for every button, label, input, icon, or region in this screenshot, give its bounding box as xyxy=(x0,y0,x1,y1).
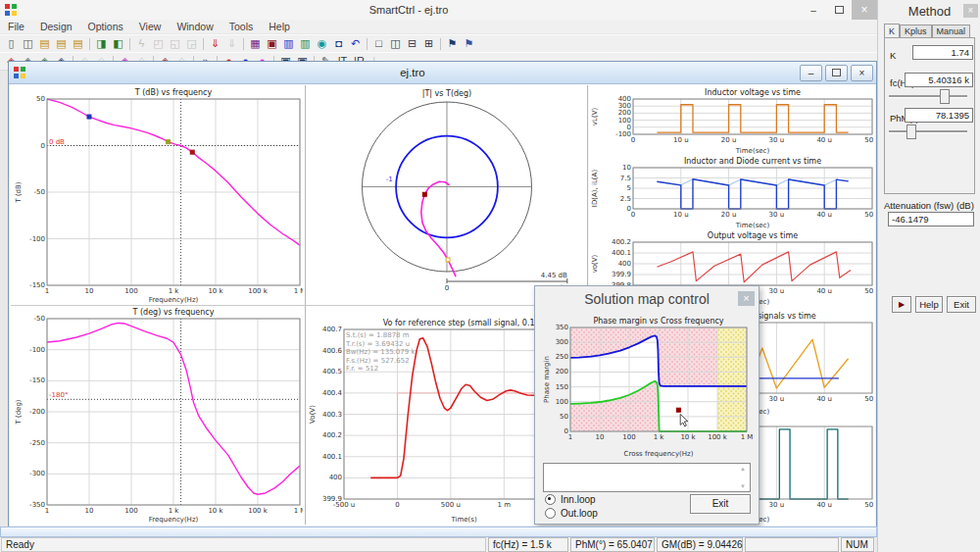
svg-text:-150: -150 xyxy=(29,281,45,289)
svg-text:Time(sec): Time(sec) xyxy=(735,147,770,155)
svg-text:-100: -100 xyxy=(29,346,45,354)
svg-text:400.6: 400.6 xyxy=(322,347,343,355)
merge-down-gray-icon[interactable]: ⇓ xyxy=(223,36,240,51)
svg-text:400.5: 400.5 xyxy=(322,368,342,376)
paste-icon[interactable]: ◱ xyxy=(167,36,183,51)
svg-text:Vo for reference step (small s: Vo for reference step (small signal, 0.1… xyxy=(383,319,546,327)
tab-manual[interactable]: Manual xyxy=(932,25,971,38)
svg-text:S.t.(s) = 1.8878 m: S.t.(s) = 1.8878 m xyxy=(346,331,410,339)
dialog-exit-button[interactable]: Exit xyxy=(690,494,751,514)
phm-slider-thumb[interactable] xyxy=(906,125,916,139)
import-design-icon[interactable]: ◨ xyxy=(93,36,110,51)
solution-map-chart[interactable]: 1101001 k10 k100 k1 M3503002502001501005… xyxy=(541,314,753,459)
svg-text:40 u: 40 u xyxy=(816,501,832,509)
svg-text:100 k: 100 k xyxy=(708,433,728,441)
menu-view[interactable]: View xyxy=(131,21,170,32)
close-button[interactable]: × xyxy=(852,0,877,20)
notebook-output-icon[interactable]: ▥ xyxy=(297,36,314,51)
k-label: K xyxy=(890,50,896,61)
new-file-icon[interactable]: ▯ xyxy=(3,36,20,51)
window-cascade-icon[interactable]: □ xyxy=(370,36,387,51)
menu-options[interactable]: Options xyxy=(80,21,131,32)
scroll-up-icon[interactable]: ▲ xyxy=(738,466,748,472)
svg-text:400.1: 400.1 xyxy=(322,453,342,461)
method-exit-button[interactable]: Exit xyxy=(947,296,976,313)
monitor-view-icon[interactable]: ◉ xyxy=(314,36,330,51)
outer-loop-radio[interactable]: Out.loop xyxy=(545,508,598,519)
flag-bookmark-alt-icon[interactable]: ⚑ xyxy=(461,36,477,51)
quick-run-icon[interactable]: ϟ xyxy=(133,36,150,51)
tab-k[interactable]: K xyxy=(884,24,900,37)
restore-button[interactable] xyxy=(826,0,852,20)
svg-text:400.2: 400.2 xyxy=(322,431,342,439)
menu-help[interactable]: Help xyxy=(261,21,298,32)
menu-tools[interactable]: Tools xyxy=(221,21,262,32)
open-folder-alt-icon[interactable]: ▤ xyxy=(53,36,70,51)
fc-slider[interactable] xyxy=(889,95,967,98)
open-folder-recent-icon[interactable]: ▤ xyxy=(70,36,86,51)
k-field[interactable]: 1.74 xyxy=(912,45,973,60)
export-design-icon[interactable]: ◧ xyxy=(110,36,126,51)
svg-text:300: 300 xyxy=(556,338,568,346)
attenuation-label: Attenuation (fsw) (dB) xyxy=(884,200,974,211)
svg-text:50 u: 50 u xyxy=(864,211,874,219)
data-grid-icon[interactable]: ▦ xyxy=(247,36,264,51)
statusbar: Ready fc(Hz) = 1.5 k PhM(°) = 65.0407 GM… xyxy=(0,537,875,552)
method-close-icon[interactable]: × xyxy=(963,4,978,18)
fc-slider-thumb[interactable] xyxy=(940,89,950,104)
save-results-icon[interactable]: ▣ xyxy=(264,36,280,51)
ejtro-restore-button[interactable] xyxy=(825,65,848,81)
svg-text:0: 0 xyxy=(395,501,399,509)
svg-text:100: 100 xyxy=(124,507,137,515)
ejtro-close-button[interactable]: × xyxy=(851,65,873,81)
svg-text:500 u: 500 u xyxy=(441,501,461,509)
flag-bookmark-icon[interactable]: ⚑ xyxy=(444,36,461,51)
tab-kplus[interactable]: Kplus xyxy=(900,25,932,38)
undo-icon[interactable]: ↶ xyxy=(347,36,364,51)
apply-button[interactable]: ▶ xyxy=(892,296,911,313)
copy-icon[interactable]: ◰ xyxy=(150,36,167,51)
svg-text:0: 0 xyxy=(41,142,45,150)
svg-text:Output voltage vs time: Output voltage vs time xyxy=(708,231,798,240)
menu-design[interactable]: Design xyxy=(32,21,80,32)
horizontal-scrollbar[interactable] xyxy=(0,527,877,537)
inner-loop-radio-icon[interactable] xyxy=(545,494,556,505)
inner-loop-label: Inn.loop xyxy=(561,494,596,505)
bode-phase-chart: 1101001 k10 k100 k1 M-50-100-150-200-250… xyxy=(13,307,303,525)
open-folder-icon[interactable]: ▤ xyxy=(36,36,53,51)
minimize-button[interactable]: – xyxy=(801,0,826,20)
toolbar-separator xyxy=(367,38,368,50)
fc-field[interactable]: 5.40316 k xyxy=(905,73,973,87)
window-arrange-icon[interactable]: ⊞ xyxy=(420,36,437,51)
merge-down-red-icon[interactable]: ⇓ xyxy=(207,36,223,51)
notebook-input-icon[interactable]: ▥ xyxy=(280,36,297,51)
svg-text:Phase margin: Phase margin xyxy=(543,356,551,403)
svg-text:400.2: 400.2 xyxy=(612,238,631,246)
menu-window[interactable]: Window xyxy=(169,21,220,32)
phm-slider[interactable] xyxy=(889,130,967,133)
scroll-down-icon[interactable]: ▼ xyxy=(738,483,748,489)
status-fc: fc(Hz) = 1.5 k xyxy=(488,537,568,552)
svg-text:-300: -300 xyxy=(29,470,45,477)
svg-text:0: 0 xyxy=(445,284,449,292)
svg-text:Cross frequency(Hz): Cross frequency(Hz) xyxy=(624,450,694,458)
ejtro-minimize-button[interactable]: ‒ xyxy=(800,65,822,81)
ejtro-titlebar[interactable]: ej.tro ‒ × xyxy=(9,62,876,84)
outer-loop-radio-icon[interactable] xyxy=(545,508,556,519)
svg-text:0 dB: 0 dB xyxy=(49,138,65,146)
dialog-close-icon[interactable]: × xyxy=(738,291,755,306)
svg-text:10 k: 10 k xyxy=(208,507,223,515)
duplicate-icon[interactable]: ◲ xyxy=(183,36,200,51)
phm-field[interactable]: 78.1395 xyxy=(905,108,973,123)
menu-file[interactable]: File xyxy=(0,21,32,32)
window-controls: – × xyxy=(801,0,877,20)
attenuation-field[interactable]: -46.1479 xyxy=(888,212,974,226)
solution-list[interactable]: ▲ ▼ xyxy=(543,463,751,492)
window-tile-horizontal-icon[interactable]: ⊟ xyxy=(404,36,420,51)
window-tile-vertical-icon[interactable]: ◫ xyxy=(387,36,404,51)
inner-loop-radio[interactable]: Inn.loop xyxy=(545,494,596,505)
svg-text:T (dB): T (dB) xyxy=(15,181,23,203)
new-from-design-icon[interactable]: ◫ xyxy=(20,36,36,51)
save-disk-icon[interactable]: ◘ xyxy=(330,36,347,51)
help-button[interactable]: Help xyxy=(915,296,943,313)
